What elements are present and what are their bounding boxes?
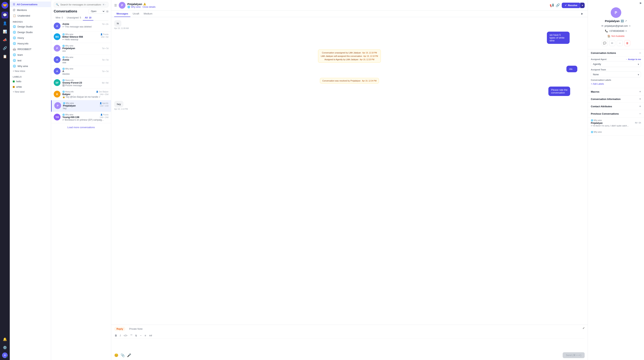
ordered-list-button[interactable]: ≡# xyxy=(148,334,153,337)
mute-icon[interactable]: 📢 xyxy=(550,3,554,7)
notifications-nav-icon[interactable]: 🔔 xyxy=(2,336,8,343)
filter-icon[interactable]: ⊟ xyxy=(106,10,108,13)
team-select[interactable]: None xyxy=(591,72,641,77)
list-item[interactable]: A 🌐 Why wine Annie 7d • 7d aaa xyxy=(51,54,111,66)
copy-phone-icon[interactable]: ⧉ xyxy=(626,30,627,32)
code-button[interactable]: </> xyxy=(123,334,128,337)
audio-icon[interactable]: 🎤 xyxy=(127,353,131,357)
new-label-button[interactable]: + New label xyxy=(10,90,51,94)
load-more-button[interactable]: Load more conversations xyxy=(51,123,111,131)
conv-info-section-header[interactable]: Conversation Information + xyxy=(588,95,644,103)
close-details-link[interactable]: Close details xyxy=(142,6,156,8)
tab-mine[interactable]: Mine 0 xyxy=(54,15,65,21)
info-icon[interactable]: ℹ️ xyxy=(621,20,624,22)
message-input[interactable] xyxy=(114,340,585,351)
search-input[interactable] xyxy=(60,3,101,6)
tab-unassigned[interactable]: Unassigned 5 xyxy=(65,15,83,21)
list-item-active[interactable]: P 🌐 Why wine 👤 Agently Pmjalalyan 13d • … xyxy=(51,100,111,112)
panel-collapse-row: ▶ xyxy=(588,0,644,4)
quote-button[interactable]: "" xyxy=(130,334,133,337)
agent-select[interactable]: Agently xyxy=(591,61,641,67)
link-icon[interactable]: 🔗 xyxy=(556,3,560,7)
system-event-group: Conversation unassigned by Lilith Jalaly… xyxy=(318,50,381,63)
contact-attr-add-icon[interactable]: + xyxy=(639,105,641,108)
merge-contact-button[interactable]: → xyxy=(617,40,623,46)
list-item[interactable]: BS 🌐 Why wine 👤 Pouria Bitter-Silence-55… xyxy=(51,32,111,43)
conversation-actions-section-header[interactable]: Conversation Actions – xyxy=(588,49,644,57)
integration-nav-icon[interactable]: 🔗 xyxy=(2,45,8,52)
conv-info-add-icon[interactable]: + xyxy=(639,97,641,101)
new-inbox-button[interactable]: + New inbox xyxy=(10,69,51,73)
sidebar-item-unattended[interactable]: 📋 Unattended xyxy=(10,13,51,19)
mentions-icon: @ xyxy=(13,9,16,12)
prev-conv-section-header[interactable]: Previous Conversations – xyxy=(588,110,644,117)
italic-button[interactable]: I xyxy=(119,334,121,337)
expand-input-icon[interactable]: ⤢ xyxy=(582,327,585,331)
delete-contact-button[interactable]: 🗑 xyxy=(624,40,630,46)
sidebar-inbox-team[interactable]: 🌐 team xyxy=(10,52,51,58)
panel-collapse-icon[interactable]: ▶ xyxy=(640,2,642,4)
contact-attr-section-header[interactable]: Contact Attributes + xyxy=(588,103,644,110)
macros-add-icon[interactable]: + xyxy=(639,90,641,93)
tab-messages[interactable]: Messages xyxy=(114,11,130,17)
add-labels-button[interactable]: + Add Labels xyxy=(591,82,641,86)
send-row: 😊 📎 🎤 Send (⌘ + ↵) xyxy=(114,351,585,358)
sidebar-inbox-design-studio-1[interactable]: 🌐 Design Studio xyxy=(10,24,51,29)
campaigns-nav-icon[interactable]: 📣 xyxy=(2,37,8,43)
contacts-nav-icon[interactable]: 👤 xyxy=(2,20,8,27)
attachment-icon[interactable]: 📎 xyxy=(120,353,125,357)
list-item[interactable]: A 🌐 Why wine A 7d • 7d dasdas xyxy=(51,66,111,77)
list-item[interactable]: A Annie 7d • 1h ↩ This message was delet… xyxy=(51,21,111,32)
copy-email-icon[interactable]: ⧉ xyxy=(629,25,630,27)
private-note-tab[interactable]: Private Note xyxy=(127,327,145,331)
conversation-list-panel: 🔍 ⌘→ Conversations Open Resolved Pending… xyxy=(51,0,111,360)
unordered-list-button[interactable]: ≡ xyxy=(144,334,147,337)
sidebar-inbox-test[interactable]: 🌐 test xyxy=(10,58,51,63)
sidebar-inbox-why-wine[interactable]: 🌐 Why wine xyxy=(10,63,51,69)
edit-contact-button[interactable]: ✏ xyxy=(609,40,615,46)
send-button[interactable]: Send (⌘ + ↵) xyxy=(563,352,585,358)
list-item[interactable]: B 🌐 Hoory.info 👤 Gev Balyan Balgev 14d •… xyxy=(51,89,111,100)
external-link-icon[interactable]: ↗ xyxy=(625,20,627,22)
sidebar-inbox-hoory[interactable]: 🌐 Hoory xyxy=(10,35,51,41)
macros-section-header[interactable]: Macros + xyxy=(588,88,644,95)
sidebar-label-hello[interactable]: hello xyxy=(10,79,51,84)
new-conversation-button[interactable]: 💬 xyxy=(602,40,608,46)
italic2-button[interactable]: ~ xyxy=(139,334,142,337)
reports-nav-icon[interactable]: 📊 xyxy=(2,28,8,35)
user-avatar[interactable]: A xyxy=(2,352,8,358)
reply-tab[interactable]: Reply xyxy=(114,327,125,331)
app-logo: 🤝 xyxy=(2,2,8,9)
inbox-globe-icon: 🌐 xyxy=(13,42,16,45)
assign-to-me-link[interactable]: → Assign to me xyxy=(626,58,641,60)
emoji-icon[interactable]: 😊 xyxy=(114,353,118,357)
previous-conversation-item[interactable]: 🌐 Why wine xyxy=(588,129,644,135)
sidebar-label-white[interactable]: white xyxy=(10,84,51,90)
inbox-bot-icon: 🤖 xyxy=(13,48,16,51)
sidebar-item-all-conversations[interactable]: ☰ All Conversations xyxy=(10,2,51,7)
hamburger-icon[interactable]: ☰ xyxy=(114,4,117,7)
settings-nav-icon[interactable]: ⚙️ xyxy=(2,344,8,351)
sidebar-inbox-design-studio-2[interactable]: 🌐 Design Studio xyxy=(10,29,51,35)
list-item[interactable]: P 🌐 Why wine Pmjalalyan 7d • 7d xxx xyxy=(51,43,111,54)
sidebar-inbox-rroobbot[interactable]: 🤖 RROOBBOT xyxy=(10,46,51,52)
search-bar[interactable]: 🔍 ⌘→ xyxy=(54,2,108,7)
tab-ucraft[interactable]: Ucraft xyxy=(130,11,142,17)
list-item[interactable]: YH 🌐 Why wine 👤 Pouria Young-Hill-138 14… xyxy=(51,112,111,123)
prev-conv-collapse-icon[interactable]: – xyxy=(639,112,641,115)
message-row-right: we have 5 types of white wine Apr 19, 11… xyxy=(547,32,585,47)
sidebar-item-mentions[interactable]: @ Mentions xyxy=(10,7,51,13)
bold-button[interactable]: B xyxy=(114,334,118,337)
strikethrough-button[interactable]: S̶ xyxy=(134,334,138,337)
list-item[interactable]: SF 🌐 Hoory.info Snowy-Forest-23 9d • 9d … xyxy=(51,77,111,89)
expand-tabs-icon[interactable]: ▶ xyxy=(580,11,585,17)
previous-conversation-item[interactable]: 🌐 Why wine Pmjalalyan 4d • 1h ↩ Hi there… xyxy=(588,117,644,129)
status-dropdown[interactable]: Open Resolved Pending xyxy=(88,9,105,14)
board-nav-icon[interactable]: 📋 xyxy=(2,53,8,60)
tab-medium[interactable]: Medium xyxy=(142,11,154,17)
sidebar-inbox-hoory-info[interactable]: 🌐 Hoory.info xyxy=(10,41,51,46)
tab-all[interactable]: All 10 xyxy=(83,15,93,21)
conversations-nav-icon[interactable]: 💬 xyxy=(2,12,8,19)
resolve-button[interactable]: ✓ Resolve xyxy=(562,3,580,8)
resolve-dropdown-button[interactable]: ▾ xyxy=(580,3,585,8)
